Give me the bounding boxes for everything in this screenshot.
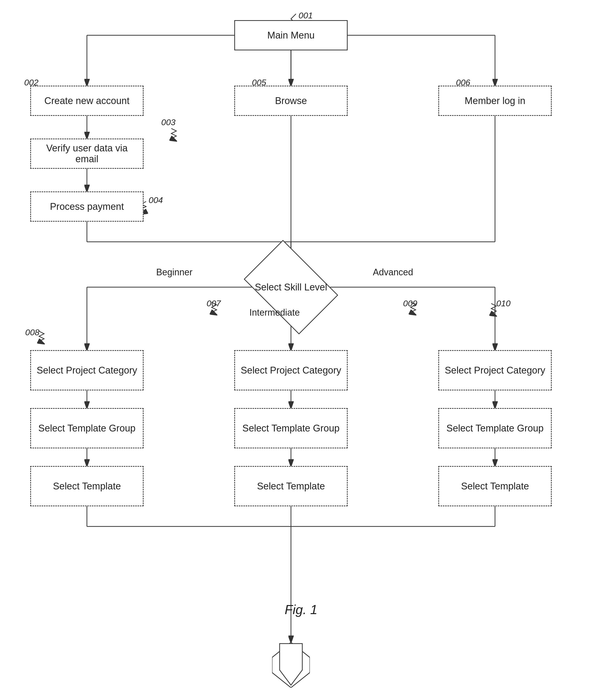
annotation-002: 002: [24, 78, 39, 87]
select-project-middle-label: Select Project Category: [241, 365, 341, 376]
annotation-004: 004: [149, 195, 163, 205]
select-template-group-right: Select Template Group: [438, 408, 552, 448]
select-template-group-middle: Select Template Group: [234, 408, 348, 448]
annotation-009: 009: [403, 298, 418, 308]
select-project-category-right: Select Project Category: [438, 350, 552, 390]
browse-box: Browse: [234, 86, 348, 116]
annotation-007: 007: [206, 298, 221, 308]
select-skill-level-diamond: Select Skill Level: [252, 259, 330, 315]
annotation-001: 001: [299, 10, 313, 20]
annotation-003: 003: [161, 117, 175, 127]
terminal-symbol: [272, 642, 310, 688]
annotation-010: 010: [496, 298, 511, 308]
annotation-006: 006: [456, 78, 470, 87]
figure-label: Fig. 1: [285, 602, 317, 617]
main-menu-box: Main Menu: [234, 20, 348, 50]
select-template-left-label: Select Template: [53, 481, 121, 492]
member-login-label: Member log in: [465, 95, 525, 106]
select-template-group-left: Select Template Group: [30, 408, 144, 448]
select-project-category-left: Select Project Category: [30, 350, 144, 390]
select-template-middle-label: Select Template: [257, 481, 325, 492]
select-project-right-label: Select Project Category: [445, 365, 545, 376]
select-skill-level-label: Select Skill Level: [252, 259, 330, 315]
select-template-right: Select Template: [438, 466, 552, 506]
member-login-box: Member log in: [438, 86, 552, 116]
annotation-005: 005: [252, 78, 266, 87]
annotation-008: 008: [25, 327, 40, 337]
advanced-label: Advanced: [373, 267, 413, 278]
select-template-right-label: Select Template: [461, 481, 529, 492]
select-template-group-right-label: Select Template Group: [446, 423, 544, 434]
select-template-left: Select Template: [30, 466, 144, 506]
select-template-group-middle-label: Select Template Group: [242, 423, 340, 434]
select-template-middle: Select Template: [234, 466, 348, 506]
verify-user-label: Verify user data via email: [34, 143, 140, 164]
select-template-group-left-label: Select Template Group: [38, 423, 135, 434]
process-payment-box: Process payment: [30, 192, 144, 222]
create-account-label: Create new account: [44, 95, 129, 106]
create-account-box: Create new account: [30, 86, 144, 116]
diagram: Main Menu Create new account Verify user…: [0, 0, 593, 700]
process-payment-label: Process payment: [50, 201, 124, 212]
beginner-label: Beginner: [156, 267, 193, 278]
select-project-category-middle: Select Project Category: [234, 350, 348, 390]
main-menu-label: Main Menu: [267, 30, 315, 41]
browse-label: Browse: [275, 95, 307, 106]
verify-user-box: Verify user data via email: [30, 138, 144, 169]
select-project-left-label: Select Project Category: [37, 365, 137, 376]
